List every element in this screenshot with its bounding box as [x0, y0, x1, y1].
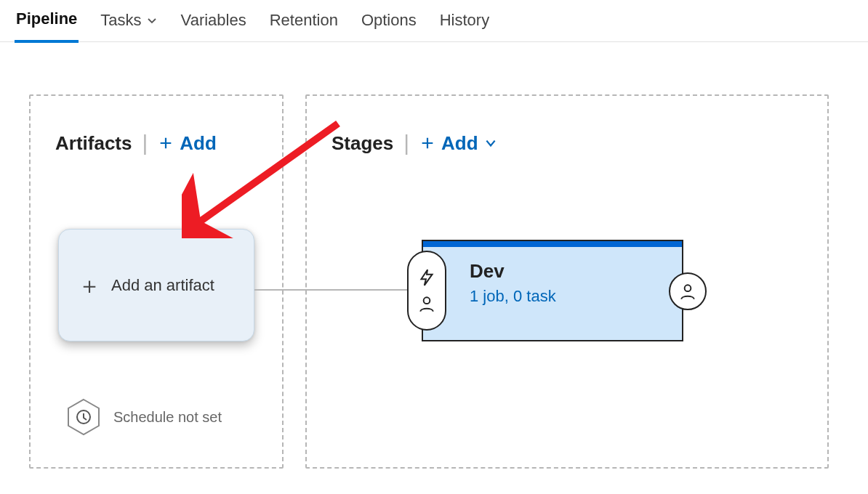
- tab-tasks[interactable]: Tasks: [99, 7, 158, 41]
- stage-pre-conditions[interactable]: [407, 251, 446, 331]
- divider: |: [142, 131, 148, 155]
- tab-retention[interactable]: Retention: [268, 7, 339, 41]
- add-artifact-link[interactable]: Add: [158, 132, 217, 155]
- stage-post-conditions[interactable]: [669, 272, 707, 310]
- add-label: Add: [180, 132, 217, 155]
- tab-bar: Pipeline Tasks Variables Retention Optio…: [0, 0, 868, 42]
- tab-label: Options: [361, 11, 417, 30]
- svg-point-2: [424, 297, 430, 304]
- stage-name: Dev: [470, 260, 660, 283]
- artifacts-header: Artifacts | Add: [31, 96, 282, 155]
- chevron-down-icon: [146, 15, 158, 26]
- stage-card-dev[interactable]: Dev 1 job, 0 task: [422, 240, 683, 341]
- add-artifact-card[interactable]: ＋ Add an artifact: [58, 229, 254, 341]
- plus-icon: [419, 135, 435, 151]
- person-icon: [678, 282, 697, 301]
- plus-icon: [158, 135, 174, 151]
- tab-label: Variables: [181, 11, 246, 30]
- schedule-text: Schedule not set: [113, 408, 222, 426]
- person-icon: [417, 294, 436, 313]
- add-label: Add: [441, 132, 478, 155]
- tab-options[interactable]: Options: [360, 7, 418, 41]
- tab-label: Pipeline: [16, 9, 77, 28]
- plus-icon: ＋: [78, 274, 101, 297]
- svg-point-3: [685, 285, 691, 291]
- stage-accent-bar: [423, 241, 682, 247]
- tab-label: History: [440, 11, 489, 30]
- tab-label: Retention: [270, 11, 338, 30]
- stages-header: Stages | Add: [307, 96, 827, 155]
- tab-label: Tasks: [100, 11, 141, 30]
- stages-title: Stages: [331, 132, 393, 155]
- stage-meta[interactable]: 1 job, 0 task: [470, 287, 660, 306]
- chevron-down-icon: [484, 137, 497, 150]
- clock-hexagon-icon: [67, 398, 100, 436]
- artifacts-title: Artifacts: [55, 132, 132, 155]
- add-stage-link[interactable]: Add: [419, 132, 497, 155]
- connector-line: [254, 289, 422, 291]
- tab-pipeline[interactable]: Pipeline: [15, 5, 79, 43]
- lightning-icon: [417, 268, 436, 287]
- divider: |: [403, 131, 409, 155]
- artifact-card-text: Add an artifact: [111, 275, 214, 296]
- schedule-trigger[interactable]: Schedule not set: [67, 398, 222, 436]
- tab-history[interactable]: History: [438, 7, 491, 41]
- tab-variables[interactable]: Variables: [180, 7, 248, 41]
